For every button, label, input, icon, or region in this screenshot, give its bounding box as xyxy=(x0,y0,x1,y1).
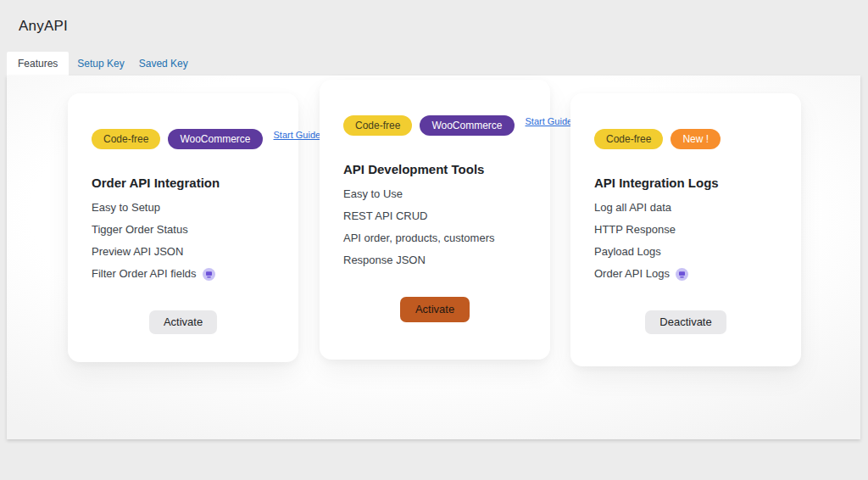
feature-text: Tigger Order Status xyxy=(92,223,188,237)
button-row: Activate xyxy=(92,310,275,334)
activate-button[interactable]: Activate xyxy=(400,297,470,322)
feature-text: Easy to Setup xyxy=(92,201,160,215)
badge-code-free: Code-free xyxy=(92,129,160,149)
feature-item: Log all API data xyxy=(594,201,777,215)
feature-text: Easy to Use xyxy=(343,187,403,201)
feature-item: REST API CRUD xyxy=(343,209,526,223)
start-guide-link[interactable]: Start Guide xyxy=(526,116,573,126)
feature-item: HTTP Response xyxy=(594,223,777,237)
feature-item: Easy to Setup xyxy=(92,201,275,215)
feature-item: API order, products, customers xyxy=(343,232,526,245)
content-panel: Code-free WooCommerce Start Guide Order … xyxy=(7,75,860,439)
feature-text: HTTP Response xyxy=(594,223,676,237)
feature-list: Easy to Setup Tigger Order Status Previe… xyxy=(92,201,275,281)
feature-item: Easy to Use xyxy=(343,187,526,201)
tab-setup-key[interactable]: Setup Key xyxy=(71,52,130,75)
feature-item: Preview API JSON xyxy=(92,245,275,259)
feature-text: REST API CRUD xyxy=(343,209,427,223)
feature-list: Easy to Use REST API CRUD API order, pro… xyxy=(343,187,526,267)
card-title: API Development Tools xyxy=(343,162,526,176)
badge-woocommerce: WooCommerce xyxy=(420,115,514,136)
premium-icon xyxy=(203,268,215,281)
card-api-integration-logs: Code-free New ! API Integration Logs Log… xyxy=(570,93,801,366)
badge-code-free: Code-free xyxy=(343,115,412,136)
badge-new: New ! xyxy=(670,129,721,149)
feature-item: Filter Order API fields xyxy=(92,267,275,281)
button-row: Deactivate xyxy=(594,310,777,334)
feature-text: Filter Order API fields xyxy=(92,267,197,281)
badge-woocommerce: WooCommerce xyxy=(168,129,262,149)
feature-text: Preview API JSON xyxy=(92,245,183,259)
card-title: API Integration Logs xyxy=(594,176,777,190)
feature-item: Order API Logs xyxy=(594,267,777,281)
feature-text: Order API Logs xyxy=(594,267,670,281)
page-title: AnyAPI xyxy=(19,18,68,35)
badge-code-free: Code-free xyxy=(594,129,663,149)
badge-row: Code-free New ! xyxy=(594,129,777,149)
feature-text: API order, products, customers xyxy=(343,232,494,245)
feature-text: Log all API data xyxy=(594,201,671,215)
activate-button[interactable]: Activate xyxy=(149,310,217,334)
tab-bar: Features Setup Key Saved Key xyxy=(7,52,194,75)
tab-saved-key[interactable]: Saved Key xyxy=(133,52,194,75)
feature-text: Response JSON xyxy=(343,254,426,267)
feature-item: Response JSON xyxy=(343,254,526,267)
tab-features[interactable]: Features xyxy=(7,52,69,75)
feature-item: Payload Logs xyxy=(594,245,777,259)
premium-icon xyxy=(676,268,688,281)
deactivate-button[interactable]: Deactivate xyxy=(645,310,726,334)
button-row: Activate xyxy=(343,297,526,322)
card-order-api-integration: Code-free WooCommerce Start Guide Order … xyxy=(68,93,298,362)
feature-text: Payload Logs xyxy=(594,245,661,259)
feature-item: Tigger Order Status xyxy=(92,223,275,237)
badge-row: Code-free WooCommerce Start Guide xyxy=(92,129,275,149)
badge-row: Code-free WooCommerce Start Guide xyxy=(343,115,526,136)
card-api-development-tools: Code-free WooCommerce Start Guide API De… xyxy=(320,80,550,360)
card-title: Order API Integration xyxy=(92,176,275,190)
start-guide-link[interactable]: Start Guide xyxy=(274,130,321,140)
feature-list: Log all API data HTTP Response Payload L… xyxy=(594,201,777,281)
